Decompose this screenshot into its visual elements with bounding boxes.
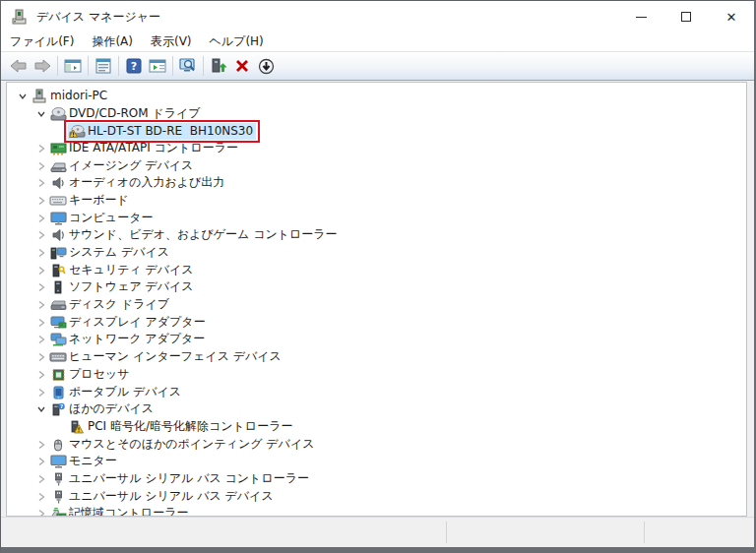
menu-help[interactable]: ヘルプ(H) bbox=[201, 32, 273, 52]
tree-item-usb-controllers[interactable]: ユニバーサル シリアル バス コントローラー bbox=[7, 470, 746, 488]
menu-action[interactable]: 操作(A) bbox=[83, 32, 142, 52]
hid-icon bbox=[49, 349, 67, 365]
toolbar-separator bbox=[203, 56, 204, 76]
close-button[interactable]: ✕ bbox=[709, 1, 754, 32]
tree-item-network-adapter[interactable]: ネットワーク アダプター bbox=[7, 332, 746, 349]
maximize-button[interactable] bbox=[663, 1, 709, 32]
tree-item-label: 記憶域コントローラー bbox=[67, 504, 191, 517]
chevron-right-icon[interactable] bbox=[33, 349, 49, 365]
chevron-right-icon[interactable] bbox=[33, 367, 49, 383]
help-icon[interactable]: ? bbox=[122, 54, 146, 78]
sound-controller-icon bbox=[49, 227, 67, 243]
tree-item-ide[interactable]: IDE ATA/ATAPI コントローラー bbox=[7, 140, 746, 157]
computer-pc-icon bbox=[31, 89, 48, 104]
usb-icon bbox=[49, 471, 67, 487]
chevron-right-icon[interactable] bbox=[33, 506, 49, 517]
window-title: デバイス マネージャー bbox=[36, 9, 160, 26]
tree-item-audio-io[interactable]: オーディオの入力および出力 bbox=[7, 174, 746, 192]
tree-item-mouse[interactable]: マウスとそのほかのポインティング デバイス bbox=[7, 436, 746, 454]
close-icon: ✕ bbox=[726, 10, 737, 25]
chevron-right-icon[interactable] bbox=[33, 437, 49, 453]
disable-device-icon[interactable] bbox=[254, 54, 278, 78]
svg-text:?: ? bbox=[59, 403, 62, 409]
update-driver-icon[interactable] bbox=[207, 54, 230, 78]
tree-item-imaging[interactable]: イメージング デバイス bbox=[7, 157, 746, 175]
mouse-icon bbox=[49, 437, 67, 453]
tree-item-computer[interactable]: midori-PC bbox=[7, 88, 746, 105]
chevron-down-icon[interactable] bbox=[33, 401, 49, 417]
menu-view[interactable]: 表示(V) bbox=[142, 32, 201, 52]
chevron-right-icon[interactable] bbox=[33, 193, 49, 209]
chevron-right-icon[interactable] bbox=[33, 158, 49, 174]
chevron-right-icon[interactable] bbox=[33, 332, 49, 347]
software-device-icon bbox=[49, 279, 67, 295]
scan-hardware-changes-icon[interactable] bbox=[176, 54, 200, 78]
ide-controller-icon bbox=[49, 141, 67, 156]
cd-drive-icon bbox=[49, 106, 67, 122]
tree-item-computer-group[interactable]: コンピューター bbox=[7, 210, 746, 227]
network-adapter-icon bbox=[49, 332, 67, 347]
storage-controller-icon bbox=[49, 506, 67, 517]
chevron-right-icon[interactable] bbox=[33, 211, 49, 226]
device-manager-window: デバイス マネージャー ✕ ファイル(F) 操作(A) 表示(V) ヘルプ(H) bbox=[0, 0, 756, 553]
selected-device[interactable]: HL-DT-ST BD-RE BH10NS30 bbox=[68, 123, 256, 140]
tree-item-bd-drive[interactable]: HL-DT-ST BD-RE BH10NS30 bbox=[7, 122, 746, 140]
tree-item-storage-controllers[interactable]: 記憶域コントローラー bbox=[7, 506, 746, 518]
chevron-right-icon[interactable] bbox=[33, 279, 49, 295]
tree-item-label: HL-DT-ST BD-RE BH10NS30 bbox=[86, 123, 256, 140]
action-pane-icon[interactable] bbox=[146, 54, 169, 78]
chevron-right-icon[interactable] bbox=[33, 245, 49, 261]
tree-item-disk[interactable]: ディスク ドライブ bbox=[7, 296, 746, 314]
chevron-right-icon[interactable] bbox=[33, 263, 49, 278]
chevron-right-icon[interactable] bbox=[33, 141, 49, 156]
usb-icon bbox=[49, 489, 67, 505]
tree-item-processor[interactable]: プロセッサ bbox=[7, 366, 746, 384]
minimize-icon bbox=[636, 17, 647, 18]
properties-icon[interactable] bbox=[92, 54, 115, 78]
tree-item-system[interactable]: システム デバイス bbox=[7, 244, 746, 262]
status-pane-3 bbox=[645, 518, 754, 547]
menu-file[interactable]: ファイル(F) bbox=[1, 32, 83, 52]
tree-item-sound[interactable]: サウンド、ビデオ、およびゲーム コントローラー bbox=[7, 227, 746, 245]
title-bar: デバイス マネージャー ✕ bbox=[1, 1, 754, 32]
chevron-right-icon[interactable] bbox=[33, 227, 49, 243]
forward-icon[interactable] bbox=[31, 54, 54, 78]
cd-drive-warning-icon bbox=[68, 123, 86, 139]
tree-item-hid[interactable]: ヒューマン インターフェイス デバイス bbox=[7, 348, 746, 366]
toolbar-separator bbox=[57, 56, 58, 76]
chevron-down-icon[interactable] bbox=[15, 89, 31, 104]
back-icon[interactable] bbox=[7, 54, 31, 78]
chevron-right-icon[interactable] bbox=[33, 297, 49, 313]
toolbar-separator bbox=[88, 56, 89, 76]
chevron-right-icon[interactable] bbox=[33, 471, 49, 487]
chevron-right-icon[interactable] bbox=[33, 489, 49, 505]
tree-item-display-adapter[interactable]: ディスプレイ アダプター bbox=[7, 314, 746, 332]
status-pane-1 bbox=[1, 518, 446, 547]
tree-item-other-devices[interactable]: ? ほかのデバイス bbox=[7, 400, 746, 418]
system-device-icon bbox=[49, 245, 67, 261]
disk-drive-icon bbox=[49, 297, 67, 313]
chevron-right-icon[interactable] bbox=[33, 315, 49, 331]
maximize-icon bbox=[681, 12, 691, 22]
minimize-button[interactable] bbox=[618, 1, 663, 32]
tree-item-monitor[interactable]: モニター bbox=[7, 453, 746, 470]
tree-item-keyboard[interactable]: キーボード bbox=[7, 192, 746, 210]
tree-item-usb-devices[interactable]: ユニバーサル シリアル バス デバイス bbox=[7, 488, 746, 506]
status-bar bbox=[1, 517, 754, 547]
chevron-right-icon[interactable] bbox=[33, 385, 49, 400]
tree-item-pci-crypto[interactable]: PCI 暗号化/暗号化解除コントローラー bbox=[7, 418, 746, 436]
tree-item-portable[interactable]: ポータブル デバイス bbox=[7, 384, 746, 401]
uninstall-device-icon[interactable] bbox=[230, 54, 254, 78]
status-pane-2 bbox=[447, 518, 644, 547]
tree-item-software[interactable]: ソフトウェア デバイス bbox=[7, 279, 746, 297]
portable-device-icon bbox=[49, 385, 67, 400]
tree-item-security[interactable]: セキュリティ デバイス bbox=[7, 262, 746, 279]
audio-io-icon bbox=[49, 175, 67, 191]
monitor-icon bbox=[49, 454, 67, 469]
chevron-down-icon[interactable] bbox=[33, 106, 49, 122]
chevron-right-icon[interactable] bbox=[33, 454, 49, 469]
tree-item-label: midori-PC bbox=[48, 88, 110, 104]
show-console-tree-icon[interactable] bbox=[61, 54, 85, 78]
chevron-right-icon[interactable] bbox=[33, 175, 49, 191]
tree-item-dvd-group[interactable]: DVD/CD-ROM ドライブ bbox=[7, 105, 746, 123]
